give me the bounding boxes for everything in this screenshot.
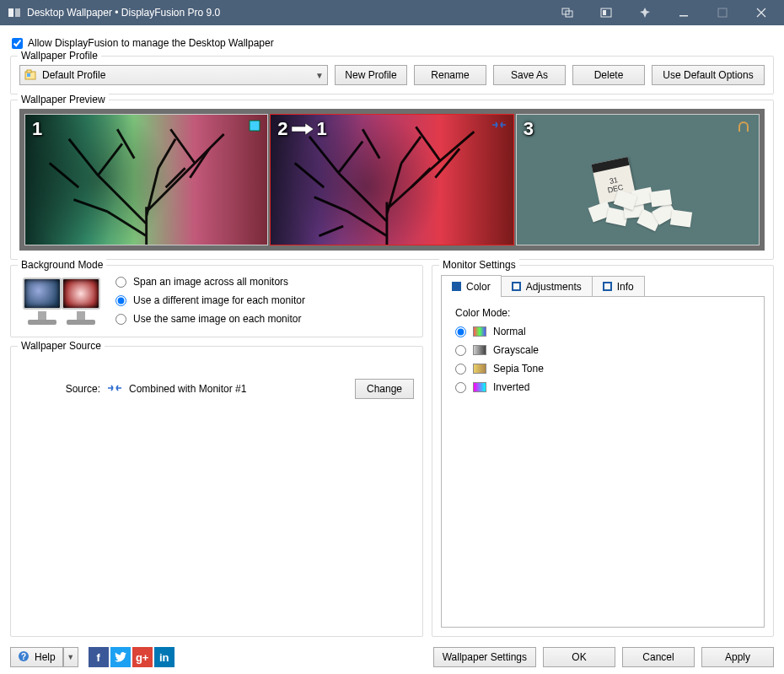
tab-info-label: Info: [617, 281, 634, 293]
wallpaper-profile-legend: Wallpaper Profile: [18, 50, 101, 62]
tab-info[interactable]: Info: [592, 276, 645, 296]
facebook-icon[interactable]: f: [89, 647, 109, 667]
maximize-button[interactable]: [703, 0, 742, 25]
source-label: Source:: [19, 383, 100, 395]
profile-combobox[interactable]: Default Profile ▼: [19, 65, 328, 85]
svg-rect-0: [8, 8, 13, 17]
bgmode-different-radio[interactable]: [115, 295, 126, 306]
colormode-sepia-radio[interactable]: [455, 364, 466, 375]
tab-box-icon: [512, 282, 521, 291]
save-as-button[interactable]: Save As: [493, 65, 566, 85]
hook-icon: [738, 121, 749, 132]
minimize-button[interactable]: [664, 0, 703, 25]
profile-icon: [24, 68, 37, 82]
googleplus-icon[interactable]: g+: [132, 647, 153, 667]
monitor-settings-legend: Monitor Settings: [439, 259, 519, 271]
background-mode-legend: Background Mode: [18, 259, 106, 271]
monitor-1-label: 1: [32, 118, 42, 140]
papers-graphic: [590, 179, 708, 229]
ok-button[interactable]: OK: [543, 647, 615, 667]
cancel-button[interactable]: Cancel: [622, 647, 695, 667]
wallpaper-profile-group: Wallpaper Profile Default Profile ▼ New …: [10, 56, 774, 94]
twitter-icon[interactable]: [110, 647, 131, 667]
monitor-preview-2[interactable]: 2 1: [270, 114, 513, 245]
wallpaper-preview-group: Wallpaper Preview 1 2 1: [10, 100, 774, 260]
monitor-thumb-2: [58, 274, 104, 328]
tab-adjustments-label: Adjustments: [526, 281, 582, 293]
monitor-2-target: 1: [317, 118, 327, 140]
linkedin-icon[interactable]: in: [154, 647, 175, 667]
wallpaper-source-group: Wallpaper Source Source: Combined with M…: [10, 346, 423, 637]
wallpaper-settings-button[interactable]: Wallpaper Settings: [433, 647, 536, 667]
colormode-grayscale-row[interactable]: Grayscale: [455, 344, 750, 356]
swatch-grayscale: [473, 345, 486, 355]
close-button[interactable]: [742, 0, 781, 25]
colormode-normal-row[interactable]: Normal: [455, 326, 750, 337]
bgmode-different-row[interactable]: Use a different image for each monitor: [115, 294, 305, 306]
monitor-preview-3[interactable]: 31DEC 3: [516, 114, 760, 245]
bgmode-same-row[interactable]: Use the same image on each monitor: [115, 313, 305, 325]
help-dropdown[interactable]: ? Help ▼: [10, 647, 78, 667]
bgmode-span-radio[interactable]: [115, 277, 126, 288]
titlebar-button-2[interactable]: [587, 0, 626, 25]
titlebar: Desktop Wallpaper • DisplayFusion Pro 9.…: [0, 0, 784, 25]
svg-rect-7: [718, 8, 727, 17]
background-mode-group: Background Mode Span an image across all…: [10, 265, 423, 337]
tab-color-label: Color: [466, 281, 491, 293]
bgmode-same-radio[interactable]: [115, 314, 126, 325]
colormode-inverted-label: Inverted: [493, 381, 529, 393]
bgmode-different-label: Use a different image for each monitor: [133, 294, 305, 306]
app-icon: [7, 5, 22, 20]
new-profile-button[interactable]: New Profile: [335, 65, 407, 85]
monitor-2-label: 2 1: [277, 118, 327, 140]
tab-body: Color Mode: Normal Grayscale Sepia Tone …: [441, 296, 765, 628]
tab-adjustments[interactable]: Adjustments: [501, 276, 593, 296]
allow-manage-checkbox[interactable]: [12, 38, 23, 49]
svg-rect-1: [15, 8, 20, 17]
rename-button[interactable]: Rename: [414, 65, 486, 85]
colormode-inverted-radio[interactable]: [455, 382, 466, 393]
profile-selected: Default Profile: [42, 69, 105, 81]
svg-rect-10: [27, 73, 30, 77]
svg-rect-5: [603, 10, 606, 15]
pin-icon[interactable]: [626, 0, 664, 25]
svg-text:?: ?: [21, 652, 26, 661]
combine-icon-small: [107, 383, 122, 396]
monitor-3-label: 3: [524, 118, 534, 140]
allow-manage-row: Allow DisplayFusion to manage the Deskto…: [10, 34, 774, 51]
titlebar-button-1[interactable]: [548, 0, 587, 25]
monitor-2-number: 2: [277, 118, 287, 140]
colormode-normal-radio[interactable]: [455, 326, 466, 337]
source-value: Combined with Monitor #1: [129, 383, 246, 395]
help-chevron[interactable]: ▼: [63, 647, 78, 667]
colormode-grayscale-label: Grayscale: [493, 344, 539, 356]
arrow-right-icon: [292, 118, 314, 140]
footer: ? Help ▼ f g+ in Wallpaper Settings OK C…: [10, 642, 774, 667]
bgmode-same-label: Use the same image on each monitor: [133, 313, 301, 325]
monitor-settings-tabs: Color Adjustments Info: [441, 274, 765, 296]
bgmode-span-row[interactable]: Span an image across all monitors: [115, 276, 305, 288]
monitor-preview-1[interactable]: 1: [24, 114, 268, 245]
wallpaper-preview-legend: Wallpaper Preview: [18, 94, 109, 105]
delete-button[interactable]: Delete: [572, 65, 645, 85]
use-default-options-button[interactable]: Use Default Options: [652, 65, 765, 85]
colormode-sepia-label: Sepia Tone: [493, 363, 544, 375]
primary-monitor-icon: [249, 120, 260, 134]
bgmode-span-label: Span an image across all monitors: [133, 276, 288, 288]
apply-button[interactable]: Apply: [701, 647, 774, 667]
colormode-grayscale-radio[interactable]: [455, 345, 466, 356]
swatch-inverted: [473, 382, 486, 392]
color-mode-heading: Color Mode:: [455, 307, 750, 319]
preview-frame: 1 2 1 31DEC: [19, 109, 765, 251]
colormode-inverted-row[interactable]: Inverted: [455, 381, 750, 393]
colormode-sepia-row[interactable]: Sepia Tone: [455, 363, 750, 375]
allow-manage-label: Allow DisplayFusion to manage the Deskto…: [28, 37, 274, 49]
change-source-button[interactable]: Change: [355, 379, 414, 399]
window-title: Desktop Wallpaper • DisplayFusion Pro 9.…: [27, 7, 220, 19]
tab-color[interactable]: Color: [441, 275, 502, 297]
combine-icon: [491, 120, 507, 132]
swatch-normal: [473, 326, 486, 337]
svg-rect-11: [250, 121, 260, 131]
chevron-down-icon: ▼: [315, 71, 324, 80]
swatch-sepia: [473, 364, 486, 374]
